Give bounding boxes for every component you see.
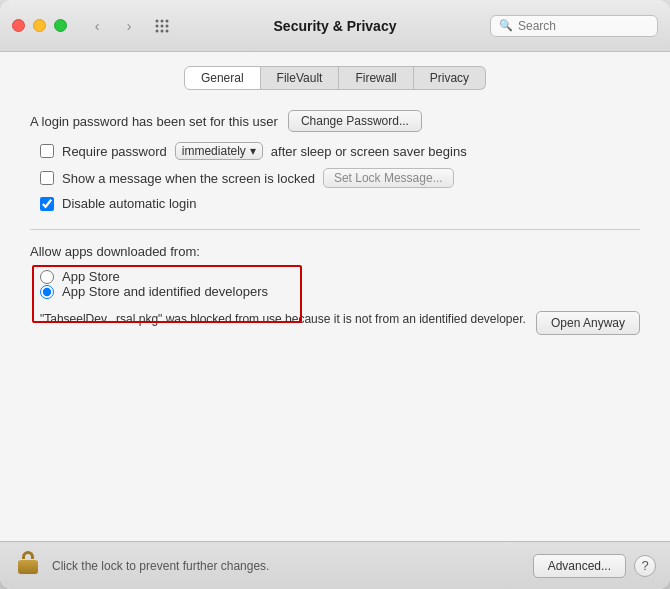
require-password-row: Require password immediately ▾ after sle… [30, 142, 640, 160]
app-store-devs-radio[interactable] [40, 285, 54, 299]
search-input[interactable] [518, 19, 649, 33]
radio-group: App Store App Store and identified devel… [30, 269, 640, 299]
change-password-button[interactable]: Change Password... [288, 110, 422, 132]
window: ‹ › Security & Privacy 🔍 Gener [0, 0, 670, 589]
minimize-button[interactable] [33, 19, 46, 32]
content: General FileVault Firewall Privacy A log… [0, 52, 670, 541]
advanced-button[interactable]: Advanced... [533, 554, 626, 578]
search-icon: 🔍 [499, 19, 513, 32]
set-lock-message-button[interactable]: Set Lock Message... [323, 168, 454, 188]
titlebar: ‹ › Security & Privacy 🔍 [0, 0, 670, 52]
nav-buttons: ‹ › [83, 15, 143, 37]
tabs-bar: General FileVault Firewall Privacy [0, 52, 670, 100]
allow-apps-label: Allow apps downloaded from: [30, 244, 640, 259]
forward-button[interactable]: › [115, 15, 143, 37]
lock-body [18, 560, 38, 574]
app-store-devs-label: App Store and identified developers [62, 284, 268, 299]
svg-point-1 [161, 19, 164, 22]
svg-point-6 [156, 29, 159, 32]
blocked-row: "TahseelDev...rsal.pkg" was blocked from… [30, 311, 640, 335]
grid-button[interactable] [151, 15, 173, 37]
chevron-down-icon: ▾ [250, 144, 256, 158]
svg-point-0 [156, 19, 159, 22]
require-password-suffix: after sleep or screen saver begins [271, 144, 467, 159]
app-store-devs-radio-row: App Store and identified developers [40, 284, 268, 299]
bottom-bar: Click the lock to prevent further change… [0, 541, 670, 589]
traffic-lights [12, 19, 67, 32]
help-button[interactable]: ? [634, 555, 656, 577]
require-password-dropdown[interactable]: immediately ▾ [175, 142, 263, 160]
app-store-wrapper: App Store App Store and identified devel… [40, 269, 268, 299]
svg-point-4 [161, 24, 164, 27]
app-store-label: App Store [62, 269, 120, 284]
app-store-radio[interactable] [40, 270, 54, 284]
tab-firewall[interactable]: Firewall [339, 66, 413, 90]
disable-autologin-checkbox[interactable] [40, 197, 54, 211]
lock-label: Click the lock to prevent further change… [52, 559, 523, 573]
tab-privacy[interactable]: Privacy [414, 66, 486, 90]
require-password-label: Require password [62, 144, 167, 159]
bottom-buttons: Advanced... ? [533, 554, 656, 578]
show-message-label: Show a message when the screen is locked [62, 171, 315, 186]
show-message-row: Show a message when the screen is locked… [30, 168, 640, 188]
blocked-text: "TahseelDev...rsal.pkg" was blocked from… [40, 311, 526, 328]
svg-point-3 [156, 24, 159, 27]
window-title: Security & Privacy [274, 18, 397, 34]
login-text: A login password has been set for this u… [30, 114, 278, 129]
dropdown-value: immediately [182, 144, 246, 158]
login-section: A login password has been set for this u… [30, 110, 640, 211]
login-row: A login password has been set for this u… [30, 110, 640, 132]
search-box[interactable]: 🔍 [490, 15, 658, 37]
disable-autologin-label: Disable automatic login [62, 196, 196, 211]
disable-autologin-row: Disable automatic login [30, 196, 640, 211]
maximize-button[interactable] [54, 19, 67, 32]
svg-point-2 [166, 19, 169, 22]
show-message-checkbox[interactable] [40, 171, 54, 185]
svg-point-7 [161, 29, 164, 32]
allow-section: Allow apps downloaded from: App Store Ap… [30, 244, 640, 335]
main-content: A login password has been set for this u… [0, 100, 670, 541]
tab-general[interactable]: General [184, 66, 261, 90]
tab-filevault[interactable]: FileVault [261, 66, 340, 90]
require-password-checkbox[interactable] [40, 144, 54, 158]
open-anyway-button[interactable]: Open Anyway [536, 311, 640, 335]
svg-point-5 [166, 24, 169, 27]
divider [30, 229, 640, 230]
lock-shackle [22, 551, 34, 559]
back-button[interactable]: ‹ [83, 15, 111, 37]
app-store-radio-row: App Store [40, 269, 268, 284]
svg-point-8 [166, 29, 169, 32]
lock-icon[interactable] [14, 550, 42, 582]
close-button[interactable] [12, 19, 25, 32]
